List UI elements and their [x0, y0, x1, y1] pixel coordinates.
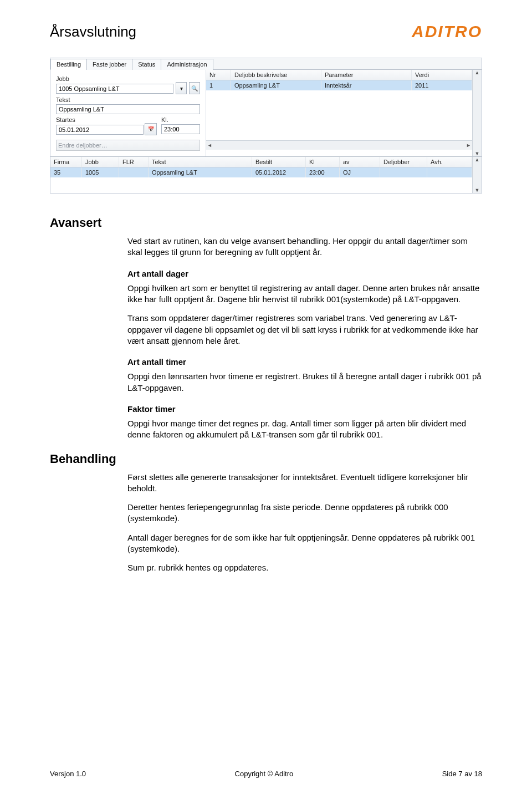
tab-status[interactable]: Status	[132, 59, 161, 70]
behandling-p1: Først slettes alle genererte transaksjon…	[127, 472, 482, 495]
scroll-right-icon[interactable]: ►	[466, 142, 471, 148]
cell-av: OJ	[340, 167, 380, 177]
footer-version: Versjon 1.0	[50, 770, 86, 778]
horizontal-scrollbar[interactable]: ◄ ►	[206, 140, 472, 150]
queue-row[interactable]: 35 1005 Oppsamling L&T 05.01.2012 23:00 …	[50, 167, 472, 177]
tabs-bar: Bestilling Faste jobber Status Administr…	[50, 58, 482, 70]
aditro-logo: ADITRO	[412, 22, 482, 41]
kl-field[interactable]	[161, 124, 200, 134]
scroll-down-icon[interactable]: ▼	[475, 187, 480, 193]
cell-bestilt: 05.01.2012	[252, 167, 306, 177]
avansert-p3: Trans som oppdaterer dager/timer registr…	[127, 313, 482, 347]
avansert-p4: Oppgi den lønnsarten hvor timene er regi…	[127, 371, 482, 394]
avansert-p1: Ved start av rutinen, kan du velge avans…	[127, 236, 482, 258]
cell-parameter: Inntektsår	[321, 80, 412, 90]
col-bestilt[interactable]: Bestilt	[252, 157, 306, 167]
subheading-art-dager: Art antall dager	[127, 268, 482, 279]
vertical-scrollbar[interactable]: ▲ ▼	[472, 70, 482, 156]
page-footer: Versjon 1.0 Copyright © Aditro Side 7 av…	[50, 770, 482, 778]
cell-kl: 23:00	[306, 167, 340, 177]
cell-tekst: Oppsamling L&T	[149, 167, 252, 177]
deljobb-row[interactable]: 1 Oppsamling L&T Inntektsår 2011	[206, 80, 472, 90]
behandling-p3: Antall dager beregnes for de som ikke ha…	[127, 532, 482, 555]
scroll-left-icon[interactable]: ◄	[207, 142, 212, 148]
behandling-body: Først slettes alle genererte transaksjon…	[127, 472, 482, 574]
endre-deljobber-button[interactable]: Endre deljobber…	[56, 140, 200, 151]
tab-bestilling[interactable]: Bestilling	[50, 59, 87, 70]
search-icon: 🔍	[191, 85, 198, 91]
cell-flr	[119, 167, 149, 177]
queue-grid-header: Firma Jobb FLR Tekst Bestilt Kl av Deljo…	[50, 157, 472, 167]
col-avh[interactable]: Avh.	[427, 157, 472, 167]
cell-avh	[427, 167, 472, 177]
behandling-p4: Sum pr. rubrikk hentes og oppdateres.	[127, 562, 482, 573]
col-deljobber[interactable]: Deljobber	[380, 157, 427, 167]
cell-deljobber	[380, 167, 427, 177]
col-av[interactable]: av	[340, 157, 380, 167]
cell-firma: 35	[50, 167, 82, 177]
col-firma[interactable]: Firma	[50, 157, 82, 167]
cell-jobb: 1005	[82, 167, 119, 177]
jobb-dropdown-button[interactable]: ▾	[176, 82, 187, 94]
jobb-label: Jobb	[56, 75, 200, 82]
startes-label: Startes	[56, 116, 157, 123]
col-verdi[interactable]: Verdi	[412, 70, 472, 80]
tab-faste-jobber[interactable]: Faste jobber	[86, 59, 132, 70]
cell-verdi: 2011	[412, 80, 472, 90]
startes-calendar-button[interactable]: 📅	[145, 123, 157, 135]
footer-copyright: Copyright © Aditro	[235, 770, 294, 778]
col-tekst[interactable]: Tekst	[149, 157, 252, 167]
tekst-label: Tekst	[56, 96, 200, 103]
calendar-icon: 📅	[148, 126, 154, 132]
subheading-faktor-timer: Faktor timer	[127, 404, 482, 415]
cell-nr: 1	[206, 80, 231, 90]
job-queue-grid: Firma Jobb FLR Tekst Bestilt Kl av Deljo…	[50, 157, 482, 193]
jobb-field[interactable]	[56, 84, 173, 94]
heading-behandling: Behandling	[50, 452, 482, 466]
scroll-up-icon[interactable]: ▲	[475, 157, 480, 162]
scroll-down-icon[interactable]: ▼	[475, 151, 480, 156]
chevron-down-icon: ▾	[180, 85, 183, 91]
heading-avansert: Avansert	[50, 216, 482, 230]
col-parameter[interactable]: Parameter	[321, 70, 412, 80]
order-form-pane: Jobb ▾ 🔍 Tekst Startes 📅	[50, 70, 206, 156]
col-kl[interactable]: Kl	[306, 157, 340, 167]
tekst-field[interactable]	[56, 104, 200, 114]
scroll-up-icon[interactable]: ▲	[475, 70, 480, 75]
col-jobb[interactable]: Jobb	[82, 157, 119, 167]
startes-field[interactable]	[56, 125, 144, 135]
subheading-art-timer: Art antall timer	[127, 357, 482, 368]
behandling-p2: Deretter hentes feriepengegrunnlag fra s…	[127, 502, 482, 525]
deljobb-grid-header: Nr Deljobb beskrivelse Parameter Verdi	[206, 70, 472, 80]
kl-label: Kl.	[161, 116, 200, 123]
avansert-p2: Oppgi hvilken art som er benyttet til re…	[127, 283, 482, 306]
cell-beskrivelse: Oppsamling L&T	[231, 80, 321, 90]
deljobb-grid-pane: Nr Deljobb beskrivelse Parameter Verdi 1…	[206, 70, 482, 156]
col-nr[interactable]: Nr	[206, 70, 231, 80]
queue-vertical-scrollbar[interactable]: ▲ ▼	[472, 157, 482, 193]
col-beskrivelse[interactable]: Deljobb beskrivelse	[231, 70, 321, 80]
avansert-p5: Oppgi hvor mange timer det regnes pr. da…	[127, 418, 482, 441]
col-flr[interactable]: FLR	[119, 157, 149, 167]
document-title: Årsavslutning	[50, 23, 136, 40]
avansert-body: Ved start av rutinen, kan du velge avans…	[127, 236, 482, 441]
footer-page-number: Side 7 av 18	[442, 770, 482, 778]
tab-administrasjon[interactable]: Administrasjon	[161, 59, 213, 70]
job-order-window: Bestilling Faste jobber Status Administr…	[50, 58, 482, 194]
jobb-search-button[interactable]: 🔍	[189, 82, 200, 94]
